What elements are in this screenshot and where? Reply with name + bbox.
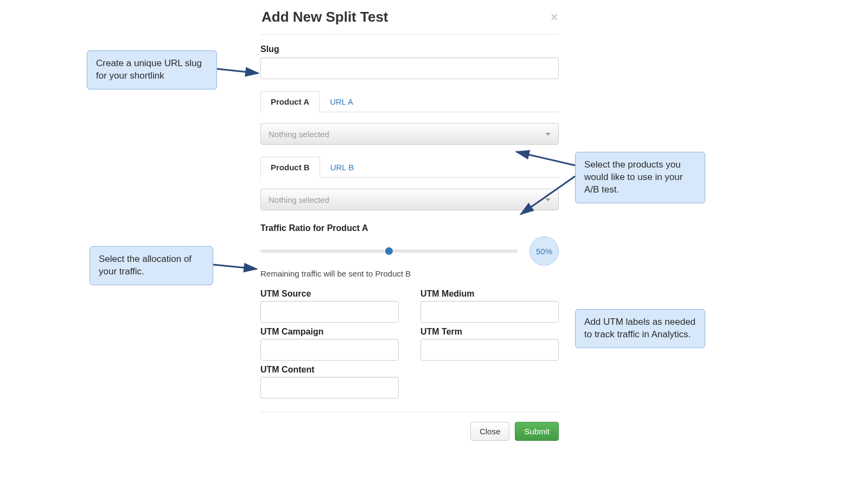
submit-button[interactable]: Submit (515, 422, 559, 441)
utm-content-label: UTM Content (260, 365, 399, 375)
traffic-hint: Remaining traffic will be sent to Produc… (260, 269, 559, 278)
traffic-ratio-label: Traffic Ratio for Product A (260, 223, 559, 233)
close-icon[interactable]: × (551, 11, 558, 23)
callout-traffic: Select the allocation of your traffic. (90, 246, 213, 285)
arrow-icon (511, 146, 582, 222)
utm-term-label: UTM Term (420, 327, 559, 337)
slider-thumb[interactable] (385, 247, 393, 255)
product-a-tabs: Product A URL A (260, 91, 559, 112)
utm-source-input[interactable] (260, 301, 399, 323)
callout-utm: Add UTM labels as needed to track traffi… (575, 309, 705, 348)
traffic-ratio-slider[interactable] (260, 249, 518, 253)
slug-label: Slug (260, 44, 559, 54)
close-button[interactable]: Close (470, 422, 509, 441)
tab-product-b[interactable]: Product B (260, 157, 320, 178)
chevron-down-icon (545, 133, 551, 136)
slug-input[interactable] (260, 57, 559, 79)
utm-medium-input[interactable] (420, 301, 559, 323)
utm-campaign-input[interactable] (260, 339, 399, 361)
svg-line-1 (516, 152, 575, 165)
product-a-select-placeholder: Nothing selected (269, 130, 329, 139)
utm-source-label: UTM Source (260, 289, 399, 299)
modal-body: Slug Product A URL A Nothing selected Pr… (260, 35, 559, 441)
traffic-percent-badge: 50% (529, 236, 559, 266)
arrow-icon (216, 62, 265, 79)
tab-product-a[interactable]: Product A (260, 91, 320, 112)
arrow-icon (212, 259, 264, 275)
product-a-select[interactable]: Nothing selected (260, 123, 559, 145)
svg-line-3 (213, 265, 257, 269)
utm-term-input[interactable] (420, 339, 559, 361)
utm-content-input[interactable] (260, 377, 399, 399)
split-test-modal: Add New Split Test × Slug Product A URL … (260, 7, 559, 441)
tab-url-a[interactable]: URL A (320, 91, 363, 112)
traffic-ratio-section: Traffic Ratio for Product A 50% Remainin… (260, 223, 559, 278)
modal-header: Add New Split Test × (260, 7, 559, 35)
utm-medium-label: UTM Medium (420, 289, 559, 299)
svg-line-0 (217, 69, 258, 73)
modal-footer: Close Submit (260, 412, 559, 441)
tab-url-b[interactable]: URL B (320, 157, 365, 178)
product-b-select-placeholder: Nothing selected (269, 195, 329, 204)
svg-line-2 (521, 176, 575, 214)
callout-slug: Create a unique URL slug for your shortl… (87, 50, 217, 89)
utm-campaign-label: UTM Campaign (260, 327, 399, 337)
utm-grid: UTM Source UTM Medium UTM Campaign UTM T… (260, 289, 559, 399)
modal-title: Add New Split Test (261, 9, 388, 25)
callout-products: Select the products you would like to us… (575, 152, 705, 203)
